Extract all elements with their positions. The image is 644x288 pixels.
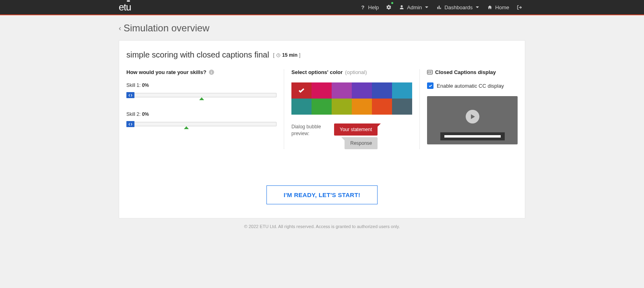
footer-text: © 2022 ETU Ltd. All rights reserved. Acc… bbox=[119, 218, 525, 235]
nav-logout[interactable] bbox=[513, 0, 525, 15]
colors-column: Select options' color (optional) Dialog … bbox=[284, 69, 419, 149]
cc-video-preview bbox=[427, 96, 518, 144]
skill-label: Skill 2: 0% bbox=[126, 111, 277, 117]
simulation-title: simple scoring with closed captions fina… bbox=[126, 50, 269, 60]
slider-handle-icon[interactable] bbox=[126, 121, 134, 127]
svg-rect-0 bbox=[438, 7, 438, 9]
color-swatch[interactable] bbox=[291, 99, 312, 115]
user-icon bbox=[399, 4, 405, 10]
skills-column: How would you rate your skills? i Skill … bbox=[126, 69, 284, 149]
nav-help-label: Help bbox=[368, 4, 379, 10]
svg-rect-1 bbox=[439, 6, 440, 9]
cc-enable-checkbox[interactable] bbox=[427, 82, 433, 89]
colors-optional: (optional) bbox=[345, 69, 367, 75]
color-swatch[interactable] bbox=[312, 99, 332, 115]
skill-block: Skill 1: 0% bbox=[126, 82, 277, 99]
nav-dashboards-label: Dashboards bbox=[444, 4, 473, 10]
chevron-left-icon: ‹ bbox=[119, 24, 121, 33]
cc-heading: Closed Captions display bbox=[435, 69, 496, 75]
cc-icon: CC bbox=[427, 70, 433, 74]
slider-target-mark-icon bbox=[184, 126, 189, 129]
color-swatch[interactable] bbox=[312, 82, 332, 99]
nav-home[interactable]: Home bbox=[483, 0, 513, 15]
cc-column: CC Closed Captions display Enable automa… bbox=[419, 69, 518, 149]
cc-checkbox-label: Enable automatic CC display bbox=[437, 83, 504, 89]
gear-icon bbox=[386, 4, 392, 10]
skill-label: Skill 1: 0% bbox=[126, 82, 277, 88]
color-swatch[interactable] bbox=[372, 99, 392, 115]
statement-bubble: Your statement bbox=[334, 123, 378, 136]
check-icon bbox=[297, 86, 305, 95]
skill-block: Skill 2: 0% bbox=[126, 111, 277, 128]
color-palette bbox=[291, 82, 412, 115]
bubble-preview-label: Dialog bubble preview: bbox=[291, 123, 328, 137]
breadcrumb-label: Simulation overview bbox=[124, 23, 209, 34]
slider-handle-icon[interactable] bbox=[126, 92, 134, 98]
duration-badge: [ 15 min ] bbox=[273, 52, 301, 58]
nav-admin-label: Admin bbox=[407, 4, 422, 10]
color-swatch[interactable] bbox=[392, 82, 412, 99]
color-swatch[interactable] bbox=[392, 99, 412, 115]
play-icon[interactable] bbox=[466, 110, 479, 123]
nav-home-label: Home bbox=[495, 4, 509, 10]
bar-chart-icon bbox=[436, 4, 442, 10]
clock-icon bbox=[276, 52, 281, 58]
notification-dot-icon bbox=[391, 2, 393, 4]
skills-heading: How would you rate your skills? bbox=[126, 69, 206, 75]
duration-value: 15 min bbox=[282, 52, 297, 58]
bubble-preview: Your statement Response bbox=[334, 123, 378, 149]
color-swatch[interactable] bbox=[352, 82, 372, 99]
svg-rect-2 bbox=[440, 8, 441, 9]
help-icon: ? bbox=[360, 4, 366, 10]
colors-heading: Select options' color bbox=[291, 69, 343, 75]
logo[interactable]: etu bbox=[119, 2, 131, 13]
color-swatch[interactable] bbox=[352, 99, 372, 115]
chevron-down-icon bbox=[425, 6, 428, 8]
response-bubble: Response bbox=[345, 137, 378, 149]
nav-admin[interactable]: Admin bbox=[395, 0, 432, 15]
simulation-card: simple scoring with closed captions fina… bbox=[119, 40, 525, 218]
start-button[interactable]: I'M READY, LET'S START! bbox=[266, 185, 378, 204]
color-swatch[interactable] bbox=[291, 82, 312, 99]
nav-help[interactable]: ? Help bbox=[356, 0, 383, 15]
color-swatch[interactable] bbox=[332, 99, 352, 115]
chevron-down-icon bbox=[476, 6, 479, 8]
logout-icon bbox=[516, 4, 522, 10]
info-icon[interactable]: i bbox=[209, 70, 214, 75]
color-swatch[interactable] bbox=[332, 82, 352, 99]
slider-target-mark-icon bbox=[199, 97, 204, 100]
breadcrumb[interactable]: ‹ Simulation overview bbox=[119, 15, 525, 40]
nav-dashboards[interactable]: Dashboards bbox=[432, 0, 483, 15]
color-swatch[interactable] bbox=[372, 82, 392, 99]
skill-slider[interactable] bbox=[126, 120, 277, 128]
top-nav: etu ? Help Admin Dashboards bbox=[0, 0, 644, 15]
home-icon bbox=[487, 4, 493, 10]
nav-settings[interactable] bbox=[383, 0, 395, 15]
caption-bar bbox=[440, 132, 505, 140]
skill-slider[interactable] bbox=[126, 91, 277, 99]
